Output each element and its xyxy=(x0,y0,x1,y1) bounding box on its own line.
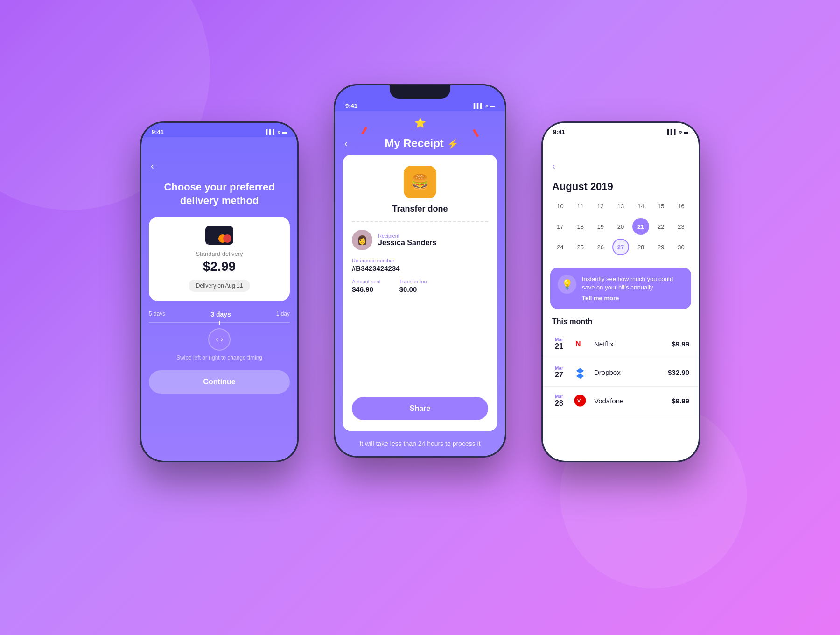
delivery-card: Standard delivery $2.99 Delivery on Aug … xyxy=(149,217,290,301)
delivery-date-badge: Delivery on Aug 11 xyxy=(189,280,251,292)
left-header: ‹ Choose your preferred delivery method xyxy=(141,137,297,217)
svg-text:V: V xyxy=(577,398,581,404)
cal-day-25[interactable]: 25 xyxy=(572,239,589,255)
center-screen: 9:41 ▌▌▌ ⌾ ▬ ‹ My Receipt ⚡ ⭐ xyxy=(335,85,505,456)
share-button[interactable]: Share xyxy=(352,397,488,420)
divider-line xyxy=(352,221,488,222)
recipient-name: Jessica Sanders xyxy=(378,239,436,247)
cal-day-12[interactable]: 12 xyxy=(592,198,609,214)
center-page-title: My Receipt ⚡ xyxy=(348,137,496,150)
svg-marker-1 xyxy=(576,368,584,379)
fee-label: Transfer fee xyxy=(399,279,427,284)
cal-day-23[interactable]: 23 xyxy=(672,218,689,235)
calendar-month-title: August 2019 xyxy=(543,176,699,193)
netflix-logo: N xyxy=(572,335,588,352)
right-header: ‹ xyxy=(543,137,699,176)
cal-day-13[interactable]: 13 xyxy=(612,198,629,214)
left-screen: 9:41 ▌▌▌ ⌾ ▬ ‹ Choose your preferred del… xyxy=(141,123,297,461)
phones-container: 9:41 ▌▌▌ ⌾ ▬ ‹ Choose your preferred del… xyxy=(93,61,747,574)
svg-text:N: N xyxy=(575,340,581,348)
timing-left-label: 5 days xyxy=(149,310,165,318)
vodafone-amount: $9.99 xyxy=(672,397,689,405)
reference-value: #B3423424234 xyxy=(352,264,488,272)
fee-field: Transfer fee $0.00 xyxy=(399,279,427,293)
vodafone-logo: V xyxy=(572,392,588,409)
cal-day-26[interactable]: 26 xyxy=(592,239,609,255)
cal-day-28[interactable]: 28 xyxy=(632,239,649,255)
right-screen: 9:41 ▌▌▌ ⌾ ▬ ‹ August 2019 10 11 12 1 xyxy=(543,123,699,461)
savings-text: Instantly see how much you could save on… xyxy=(582,275,684,292)
cal-day-24[interactable]: 24 xyxy=(552,239,569,255)
bill-item-vodafone: Mar 28 V Vodafone $9.99 xyxy=(543,387,699,415)
delivery-label: Standard delivery xyxy=(196,250,243,257)
processing-text: It will take less than 24 hours to proce… xyxy=(335,431,505,456)
timing-center-label: 3 days xyxy=(210,310,231,318)
timing-slider-track xyxy=(149,322,290,323)
recipient-avatar: 👩 xyxy=(352,230,372,250)
cal-day-17[interactable]: 17 xyxy=(552,218,569,235)
confetti-star: ⭐ xyxy=(414,117,426,128)
receipt-card: 🍔 Transfer done 👩 Recipient Jessica Sand… xyxy=(343,155,497,431)
left-status-icons: ▌▌▌ ⌾ ▬ xyxy=(266,129,287,134)
cal-day-18[interactable]: 18 xyxy=(572,218,589,235)
netflix-amount: $9.99 xyxy=(672,340,689,348)
cal-day-22[interactable]: 22 xyxy=(652,218,669,235)
timing-right-label: 1 day xyxy=(276,310,290,318)
left-status-bar: 9:41 ▌▌▌ ⌾ ▬ xyxy=(141,123,297,137)
cal-day-14[interactable]: 14 xyxy=(632,198,649,214)
timing-area: 5 days 3 days 1 day ‹ › Swipe left or ri… xyxy=(141,301,297,366)
vodafone-date: Mar 28 xyxy=(552,394,566,408)
cal-day-21-today[interactable]: 21 xyxy=(632,218,649,235)
netflix-date: Mar 21 xyxy=(552,337,566,351)
left-page-title: Choose your preferred delivery method xyxy=(151,181,288,207)
recipient-info: Recipient Jessica Sanders xyxy=(378,233,436,247)
timing-nav-button[interactable]: ‹ › xyxy=(208,328,231,351)
reference-label: Reference number xyxy=(352,258,488,263)
center-back-button[interactable]: ‹ xyxy=(344,138,348,149)
wifi-icon: ⌾ xyxy=(679,129,682,134)
cal-day-29[interactable]: 29 xyxy=(652,239,669,255)
left-status-time: 9:41 xyxy=(152,128,164,135)
bill-item-netflix: Mar 21 N Netflix $9.99 xyxy=(543,330,699,358)
bill-item-dropbox: Mar 27 Dropbox $32.90 xyxy=(543,358,699,387)
cal-day-10[interactable]: 10 xyxy=(552,198,569,214)
cal-day-16[interactable]: 16 xyxy=(672,198,689,214)
fee-value: $0.00 xyxy=(399,285,427,293)
cal-day-11[interactable]: 11 xyxy=(572,198,589,214)
center-status-time: 9:41 xyxy=(345,102,357,109)
cal-day-20[interactable]: 20 xyxy=(612,218,629,235)
cal-day-30[interactable]: 30 xyxy=(672,239,689,255)
wifi-icon: ⌾ xyxy=(278,129,280,134)
calendar-row-1: 10 11 12 13 14 15 16 xyxy=(550,198,691,214)
wifi-icon: ⌾ xyxy=(485,103,488,108)
center-status-icons: ▌▌▌ ⌾ ▬ xyxy=(474,103,495,108)
this-month-label: This month xyxy=(543,313,699,330)
left-back-button[interactable]: ‹ xyxy=(151,161,154,171)
right-back-button[interactable]: ‹ xyxy=(552,161,555,171)
calendar-row-3: 24 25 26 27 28 29 30 xyxy=(550,239,691,255)
amount-value: $46.90 xyxy=(352,285,381,293)
credit-card-icon xyxy=(205,226,233,245)
right-status-bar: 9:41 ▌▌▌ ⌾ ▬ xyxy=(543,123,699,137)
recipient-row: 👩 Recipient Jessica Sanders xyxy=(352,230,488,250)
cal-day-19[interactable]: 19 xyxy=(592,218,609,235)
continue-button[interactable]: Continue xyxy=(149,370,290,394)
signal-icon: ▌▌▌ xyxy=(474,103,483,108)
tell-me-more-button[interactable]: Tell me more xyxy=(582,295,684,302)
calendar-grid: 10 11 12 13 14 15 16 17 18 19 20 21 22 2… xyxy=(543,193,699,264)
lightning-icon: ⚡ xyxy=(447,139,459,149)
delivery-price: $2.99 xyxy=(203,259,236,274)
savings-content: Instantly see how much you could save on… xyxy=(582,275,684,302)
vodafone-name: Vodafone xyxy=(594,397,666,405)
phone-center: 9:41 ▌▌▌ ⌾ ▬ ‹ My Receipt ⚡ ⭐ xyxy=(334,84,506,458)
battery-icon: ▬ xyxy=(282,129,287,134)
battery-icon: ▬ xyxy=(684,129,688,134)
savings-banner: 💡 Instantly see how much you could save … xyxy=(550,268,691,309)
lightbulb-icon: 💡 xyxy=(558,275,576,294)
cal-day-15[interactable]: 15 xyxy=(652,198,669,214)
dropbox-logo xyxy=(572,364,588,381)
transfer-status: Transfer done xyxy=(352,204,488,214)
calendar-row-2: 17 18 19 20 21 22 23 xyxy=(550,218,691,235)
cal-day-27-selected[interactable]: 27 xyxy=(612,239,629,255)
amount-label: Amount sent xyxy=(352,279,381,284)
